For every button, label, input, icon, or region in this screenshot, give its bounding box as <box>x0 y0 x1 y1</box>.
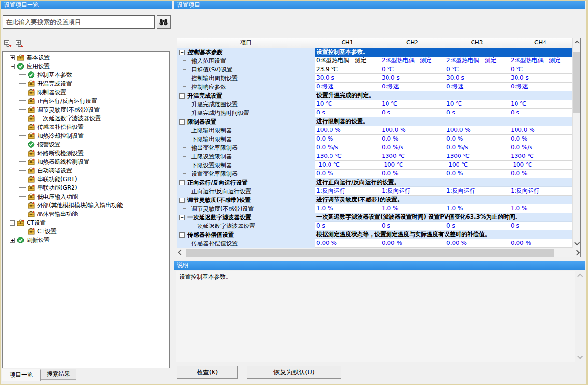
item-label-cell[interactable]: 输入范围设置 <box>177 57 315 65</box>
value-cell-ch1[interactable]: 100.0 % <box>315 126 380 135</box>
value-cell-ch2[interactable]: 2:K型热电偶 测定 <box>380 57 445 65</box>
horizontal-scroll-thumb[interactable] <box>186 249 554 257</box>
item-label-cell[interactable]: 上限输出限制器 <box>177 126 315 135</box>
value-cell-ch1[interactable]: 23.9 ℃ <box>315 65 380 74</box>
value-cell-ch3[interactable]: 0.0 %/s <box>445 143 509 152</box>
group-description-cell[interactable]: 进行正向运行/反向运行的设置。 <box>315 178 572 187</box>
tab-item-list[interactable]: 项目一览 <box>2 369 41 381</box>
value-cell-ch2[interactable]: 0.0 % <box>380 135 445 143</box>
value-cell-ch4[interactable]: 0:慢速 <box>509 83 572 91</box>
group-label-cell[interactable]: −调节灵敏度(不感带)设置 <box>177 196 315 204</box>
tree-item[interactable]: 自动调谐设置 <box>19 166 169 175</box>
value-cell-ch2[interactable]: 30.0 s <box>380 74 445 83</box>
expander-icon[interactable]: − <box>10 64 15 69</box>
value-cell-ch1[interactable]: -10.0 ℃ <box>315 161 380 170</box>
expander-icon[interactable]: − <box>10 220 15 226</box>
tree-item[interactable]: 串联功能(GR1) <box>19 175 169 184</box>
group-description-cell[interactable]: 进行限制器的设置。 <box>315 117 572 126</box>
tree-item[interactable]: −CT设置 <box>10 218 169 227</box>
value-cell-ch2[interactable]: -100 ℃ <box>380 161 445 170</box>
tree-item[interactable]: 控制基本参数 <box>19 71 169 79</box>
item-label-cell[interactable]: 输出变化率限制器 <box>177 143 315 152</box>
value-cell-ch3[interactable]: 0.0 % <box>445 170 509 178</box>
value-cell-ch1[interactable]: 0 s <box>315 222 380 230</box>
tree-item[interactable]: 传感器补偿值设置 <box>19 123 169 131</box>
value-cell-ch3[interactable]: 2:K型热电偶 测定 <box>445 57 509 65</box>
scroll-up-arrow[interactable] <box>573 38 581 46</box>
item-label-cell[interactable]: 升温完成范围设置 <box>177 100 315 109</box>
collapse-icon[interactable]: − <box>179 198 185 203</box>
item-label-cell[interactable]: 一次延迟数字滤波器设置 <box>177 222 315 230</box>
value-cell-ch3[interactable]: 100.0 % <box>445 126 509 135</box>
value-cell-ch4[interactable]: 0.0 %/s <box>509 143 572 152</box>
value-cell-ch1[interactable]: 1:反向运行 <box>315 187 380 196</box>
item-label-cell[interactable]: 上限设置限制器 <box>177 152 315 161</box>
value-cell-ch2[interactable]: 0.00 % <box>380 239 445 248</box>
value-cell-ch4[interactable]: 30.0 s <box>509 74 572 83</box>
value-cell-ch1[interactable]: 0.0 % <box>315 170 380 178</box>
item-label-cell[interactable]: 设置变化率限制器 <box>177 170 315 178</box>
collapse-icon[interactable]: − <box>179 232 185 238</box>
tree-item[interactable]: 限制器设置 <box>19 88 169 97</box>
group-description-cell[interactable]: 一次延迟数字滤波器设置(滤波器设置时间) 设置PV值变化63.3%为止的时间。 <box>315 213 572 222</box>
value-cell-ch1[interactable]: 1.0 % <box>315 204 380 213</box>
group-description-cell[interactable]: 根据测定温度状态等，设置测定温度与实际温度有误差时的补偿值。 <box>315 230 572 239</box>
collapse-all-button[interactable] <box>3 40 14 48</box>
scroll-down-arrow[interactable] <box>573 240 581 248</box>
value-cell-ch3[interactable]: 1.0 % <box>445 204 509 213</box>
group-label-cell[interactable]: −正向运行/反向运行设置 <box>177 178 315 187</box>
tree-item[interactable]: −应用设置 <box>10 62 169 71</box>
value-cell-ch4[interactable]: 0.0 % <box>509 170 572 178</box>
tree-item[interactable]: 调节灵敏度(不感带)设置 <box>19 105 169 114</box>
value-cell-ch4[interactable]: -100 ℃ <box>509 161 572 170</box>
value-cell-ch3[interactable]: 30.0 s <box>445 74 509 83</box>
tree-item[interactable]: 串联功能(GR2) <box>19 184 169 192</box>
value-cell-ch3[interactable]: -100 ℃ <box>445 161 509 170</box>
column-header-item[interactable]: 项目 <box>177 38 315 48</box>
item-label-cell[interactable]: 下限输出限制器 <box>177 135 315 143</box>
value-cell-ch3[interactable]: 0.00 % <box>445 239 509 248</box>
expand-all-button[interactable] <box>15 40 26 48</box>
group-label-cell[interactable]: −升温完成设置 <box>177 91 315 100</box>
collapse-icon[interactable]: − <box>179 93 185 99</box>
expander-icon[interactable]: + <box>10 238 15 243</box>
table-vertical-scrollbar[interactable] <box>572 38 581 248</box>
value-cell-ch2[interactable]: 0.0 % <box>380 170 445 178</box>
column-header-ch2[interactable]: CH2 <box>380 38 445 48</box>
value-cell-ch2[interactable]: 1300 ℃ <box>380 152 445 161</box>
item-label-cell[interactable]: 调节灵敏度(不感带)设置 <box>177 204 315 213</box>
item-label-cell[interactable]: 正向运行/反向运行设置 <box>177 187 315 196</box>
collapse-icon[interactable]: − <box>179 215 185 220</box>
value-cell-ch4[interactable]: 0 s <box>509 109 572 117</box>
value-cell-ch2[interactable]: 0 s <box>380 222 445 230</box>
item-label-cell[interactable]: 传感器补偿值设置 <box>177 239 315 248</box>
collapse-icon[interactable]: − <box>179 180 185 185</box>
value-cell-ch4[interactable]: 1300 ℃ <box>509 152 572 161</box>
value-cell-ch3[interactable]: 0 s <box>445 109 509 117</box>
value-cell-ch1[interactable]: 0.0 % <box>315 135 380 143</box>
description-scrollbar[interactable] <box>575 271 584 362</box>
value-cell-ch1[interactable]: 0.0 %/s <box>315 143 380 152</box>
value-cell-ch1[interactable]: 0.00 % <box>315 239 380 248</box>
tree-item[interactable]: 低电压输入功能 <box>19 192 169 201</box>
tree-item[interactable]: +基本设置 <box>10 53 169 62</box>
tab-search-results[interactable]: 搜索结果 <box>41 369 76 380</box>
value-cell-ch4[interactable]: 1:反向运行 <box>509 187 572 196</box>
value-cell-ch1[interactable]: 10 ℃ <box>315 100 380 109</box>
collapse-icon[interactable]: − <box>179 119 185 125</box>
item-label-cell[interactable]: 下限设置限制器 <box>177 161 315 170</box>
value-cell-ch1[interactable]: 130.0 ℃ <box>315 152 380 161</box>
group-description-cell[interactable]: 设置升温完成的判定。 <box>315 91 572 100</box>
value-cell-ch1[interactable]: 0:慢速 <box>315 83 380 91</box>
check-button[interactable]: 检查(K) <box>177 366 238 379</box>
item-label-cell[interactable]: 升温完成均热时间设置 <box>177 109 315 117</box>
value-cell-ch1[interactable]: 0 s <box>315 109 380 117</box>
value-cell-ch3[interactable]: 10 ℃ <box>445 100 509 109</box>
tree-item[interactable]: 外部(其他模拟模块)输入输出功能 <box>19 201 169 210</box>
value-cell-ch3[interactable]: 1300 ℃ <box>445 152 509 161</box>
restore-default-button[interactable]: 恢复为默认(U) <box>247 366 341 379</box>
column-header-ch3[interactable]: CH3 <box>445 38 509 48</box>
value-cell-ch3[interactable]: 0 ℃ <box>445 65 509 74</box>
value-cell-ch4[interactable]: 1.0 % <box>509 204 572 213</box>
search-button[interactable] <box>157 15 171 29</box>
